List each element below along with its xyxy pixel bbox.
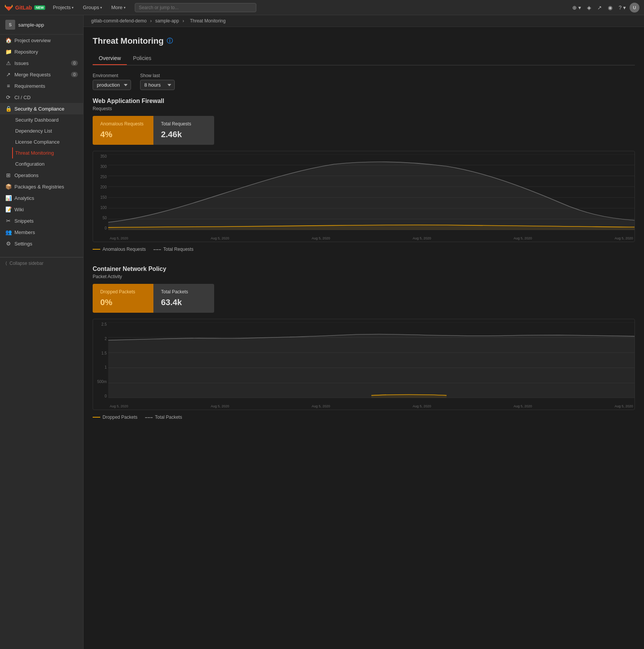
waf-x-5: Aug 5, 2020 xyxy=(614,236,633,240)
page-title: Threat Monitoring ⓘ xyxy=(93,36,635,46)
sidebar-item-threat-monitoring[interactable]: Threat Monitoring xyxy=(12,147,83,158)
cnp-total-card: Total Packets 63.4k xyxy=(153,284,214,313)
waf-chart-y-axis: 350 300 250 200 150 100 50 0 xyxy=(93,154,108,230)
sidebar-item-requirements[interactable]: ≡ Requirements xyxy=(0,80,83,92)
waf-y-200: 200 xyxy=(100,185,107,189)
cnp-y-2_5: 2.5 xyxy=(101,322,107,326)
sidebar-item-snippets[interactable]: ✂ Snippets xyxy=(0,215,83,226)
cnp-subtitle: Packet Activity xyxy=(93,274,635,279)
cnp-title: Container Network Policy xyxy=(93,266,635,272)
cnp-legend-total-label: Total Packets xyxy=(155,415,182,420)
sidebar-item-members[interactable]: 👥 Members xyxy=(0,226,83,238)
merge-requests-icon: ↗ xyxy=(5,71,11,78)
filter-row: Environment production Show last 1 hour … xyxy=(93,73,635,90)
waf-y-250: 250 xyxy=(100,175,107,179)
projects-chevron-icon: ▾ xyxy=(72,6,74,9)
issues-icon: ⚠ xyxy=(5,60,11,66)
gitlab-wordmark: GitLab xyxy=(15,5,32,11)
sidebar-label-settings: Settings xyxy=(14,241,32,247)
sidebar-item-wiki[interactable]: 📝 Wiki xyxy=(0,204,83,215)
cnp-metric-cards: Dropped Packets 0% Total Packets 63.4k xyxy=(93,284,635,313)
packages-icon: 📦 xyxy=(5,184,11,190)
sidebar-item-operations[interactable]: ⊞ Operations xyxy=(0,169,83,181)
sidebar-item-dependency-list[interactable]: Dependency List xyxy=(12,125,83,136)
sidebar-item-license-compliance[interactable]: License Compliance xyxy=(12,136,83,147)
waf-chart: 350 300 250 200 150 100 50 0 xyxy=(93,151,635,242)
sidebar-item-repository[interactable]: 📁 Repository xyxy=(0,46,83,57)
waf-subtitle: Requests xyxy=(93,106,635,111)
sidebar-item-security-compliance[interactable]: 🔒 Security & Compliance xyxy=(0,103,83,114)
cnp-chart-y-axis: 2.5 2 1.5 1 500m 0 xyxy=(93,322,108,398)
new-badge: NEW xyxy=(34,5,45,10)
main-content: gitlab-commit-defend-demo › sample-app ›… xyxy=(84,15,644,649)
cnp-y-500m: 500m xyxy=(97,380,107,384)
activity-btn[interactable]: ◈ xyxy=(585,3,593,12)
groups-nav-btn[interactable]: Groups ▾ xyxy=(80,3,105,12)
settings-icon: ⚙ xyxy=(5,241,11,247)
waf-x-3: Aug 5, 2020 xyxy=(413,236,431,240)
waf-anomalous-card: Anomalous Requests 4% xyxy=(93,116,153,145)
search-container xyxy=(135,3,256,12)
cnp-x-2: Aug 5, 2020 xyxy=(312,404,330,408)
user-avatar[interactable]: U xyxy=(630,3,639,13)
waf-legend-total-label: Total Requests xyxy=(163,247,193,252)
collapse-sidebar-btn[interactable]: ⟨ Collapse sidebar xyxy=(0,257,83,269)
sidebar-label-snippets: Snippets xyxy=(14,218,34,224)
sidebar-item-project-overview[interactable]: 🏠 Project overview xyxy=(0,35,83,46)
sidebar-item-configuration[interactable]: Configuration xyxy=(12,158,83,169)
cnp-total-value: 63.4k xyxy=(161,298,207,307)
cnp-y-0: 0 xyxy=(104,394,107,398)
issues-btn[interactable]: ◉ xyxy=(606,3,615,12)
cnp-total-label: Total Packets xyxy=(161,289,207,294)
waf-total-value: 2.46k xyxy=(161,130,207,139)
waf-section: Web Application Firewall Requests Anomal… xyxy=(93,98,635,253)
tab-overview[interactable]: Overview xyxy=(93,52,127,65)
waf-chart-svg-wrap xyxy=(108,154,635,230)
breadcrumb-current: Threat Monitoring xyxy=(190,18,226,24)
cnp-x-0: Aug 5, 2020 xyxy=(110,404,128,408)
cnp-legend-dropped-line xyxy=(93,417,100,418)
cnp-x-1: Aug 5, 2020 xyxy=(211,404,229,408)
cnp-chart: 2.5 2 1.5 1 500m 0 xyxy=(93,319,635,410)
breadcrumb-link-1[interactable]: gitlab-commit-defend-demo xyxy=(91,18,147,24)
projects-nav-btn[interactable]: Projects ▾ xyxy=(50,3,77,12)
sidebar-label-repository: Repository xyxy=(14,49,38,55)
sidebar-label-security-compliance: Security & Compliance xyxy=(14,106,65,112)
sidebar-label-license-compliance: License Compliance xyxy=(15,139,60,145)
show-last-filter: Show last 1 hour 2 hours 4 hours 8 hours… xyxy=(140,73,175,90)
info-icon[interactable]: ⓘ xyxy=(167,37,173,45)
sidebar-label-packages: Packages & Registries xyxy=(14,184,64,190)
merge-requests-btn[interactable]: ↗ xyxy=(595,3,604,12)
sidebar-item-issues[interactable]: ⚠ Issues 0 xyxy=(0,57,83,69)
sidebar-label-configuration: Configuration xyxy=(15,161,44,167)
waf-legend-anomalous-label: Anomalous Requests xyxy=(103,247,146,252)
sidebar-item-analytics[interactable]: 📊 Analytics xyxy=(0,192,83,204)
tab-policies[interactable]: Policies xyxy=(127,52,157,65)
cnp-legend-total: Total Packets xyxy=(145,415,182,420)
waf-y-350: 350 xyxy=(100,154,107,158)
cnp-section: Container Network Policy Packet Activity… xyxy=(93,266,635,421)
show-last-select[interactable]: 1 hour 2 hours 4 hours 8 hours 24 hours … xyxy=(140,80,175,90)
waf-y-300: 300 xyxy=(100,165,107,169)
more-chevron-icon: ▾ xyxy=(124,6,126,9)
breadcrumb-sep-1: › xyxy=(150,18,153,24)
sidebar-item-packages[interactable]: 📦 Packages & Registries xyxy=(0,181,83,192)
operations-icon: ⊞ xyxy=(5,172,11,178)
merge-requests-badge: 0 xyxy=(71,72,78,77)
breadcrumb-link-2[interactable]: sample-app xyxy=(155,18,179,24)
cnp-legend-total-line xyxy=(145,417,153,418)
sidebar-item-merge-requests[interactable]: ↗ Merge Requests 0 xyxy=(0,69,83,80)
top-nav: GitLab NEW Projects ▾ Groups ▾ More ▾ ⊕ … xyxy=(0,0,644,15)
create-btn[interactable]: ⊕ ▾ xyxy=(570,3,583,12)
search-input[interactable] xyxy=(135,3,256,12)
cicd-icon: ⟳ xyxy=(5,94,11,100)
gitlab-logo[interactable]: GitLab NEW xyxy=(5,3,45,12)
environment-select[interactable]: production xyxy=(93,80,131,90)
sidebar-label-wiki: Wiki xyxy=(14,207,24,212)
sidebar-item-cicd[interactable]: ⟳ CI / CD xyxy=(0,92,83,103)
help-btn[interactable]: ? ▾ xyxy=(616,3,628,12)
sidebar: S sample-app 🏠 Project overview 📁 Reposi… xyxy=(0,15,84,649)
sidebar-item-security-dashboard[interactable]: Security Dashboard xyxy=(12,114,83,125)
sidebar-item-settings[interactable]: ⚙ Settings xyxy=(0,238,83,249)
more-nav-btn[interactable]: More ▾ xyxy=(108,3,129,12)
